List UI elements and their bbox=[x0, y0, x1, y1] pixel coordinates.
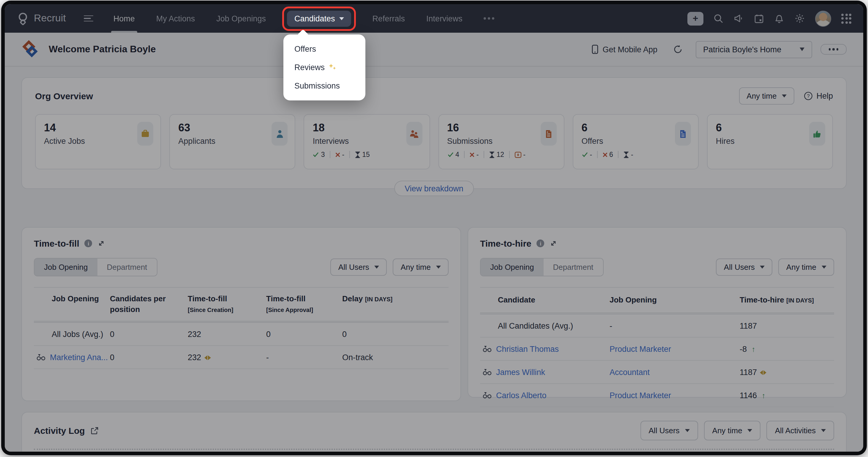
nav-item-candidates-wrap: Candidates Offers Reviews Submissions bbox=[287, 10, 351, 26]
chevron-down-icon bbox=[339, 17, 344, 20]
dim-overlay bbox=[5, 4, 863, 452]
device-frame: Recruit Home My Actions Job Openings Can… bbox=[1, 1, 867, 455]
menu-item-submissions[interactable]: Submissions bbox=[284, 77, 366, 95]
menu-item-offers[interactable]: Offers bbox=[284, 39, 366, 58]
sparkles-icon bbox=[328, 63, 337, 71]
candidates-dropdown-menu: Offers Reviews Submissions bbox=[284, 34, 366, 100]
app-window: Recruit Home My Actions Job Openings Can… bbox=[5, 4, 863, 452]
nav-item-candidates[interactable]: Candidates bbox=[287, 10, 351, 26]
menu-item-reviews[interactable]: Reviews bbox=[284, 58, 366, 77]
